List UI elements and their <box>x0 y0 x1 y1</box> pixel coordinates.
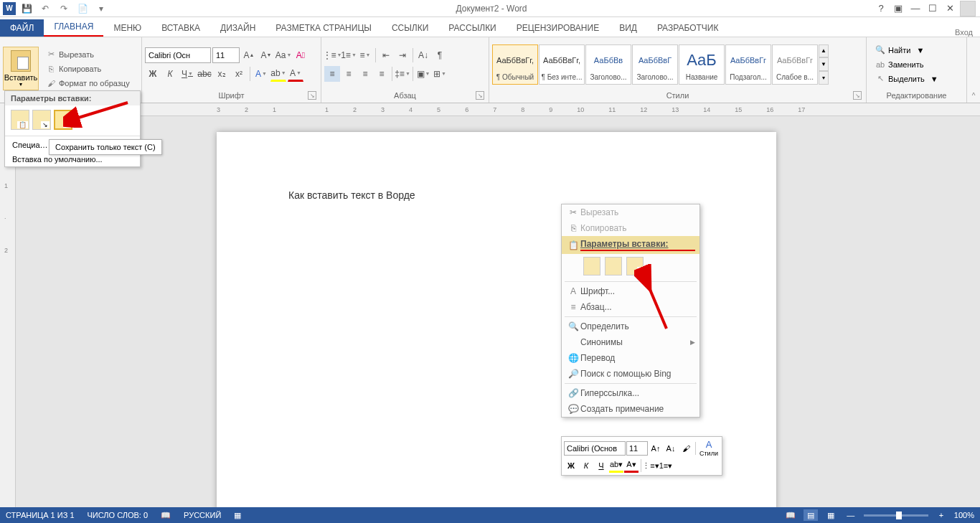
tab-layout[interactable]: РАЗМЕТКА СТРАНИЦЫ <box>265 19 382 37</box>
cm-paste-text-only[interactable]: A <box>626 257 644 275</box>
mt-numbering[interactable]: 1≡▾ <box>659 458 673 473</box>
sb-zoom-out[interactable]: — <box>844 509 858 521</box>
styles-gallery[interactable]: АаБбВвГг,¶ Обычный АаБбВвГг,¶ Без инте..… <box>492 44 829 85</box>
borders-button[interactable]: ⊞▼ <box>432 66 448 82</box>
tab-file[interactable]: ФАЙЛ <box>0 19 44 37</box>
user-avatar[interactable] <box>960 1 976 17</box>
align-left-button[interactable]: ≡ <box>324 66 340 82</box>
cm-paste-merge-formatting[interactable] <box>605 257 622 275</box>
superscript-button[interactable]: x² <box>231 66 247 82</box>
sb-word-count[interactable]: ЧИСЛО СЛОВ: 0 <box>88 511 149 519</box>
strikethrough-button[interactable]: abc <box>197 66 212 82</box>
replace-button[interactable]: abЗаменить <box>872 58 941 71</box>
mt-bullets[interactable]: ⋮≡▾ <box>644 458 658 473</box>
italic-button[interactable]: К <box>162 66 178 82</box>
qat-customize-button[interactable]: ▾ <box>93 1 109 17</box>
help-button[interactable]: ? <box>874 1 888 16</box>
subscript-button[interactable]: x₂ <box>214 66 230 82</box>
para-dialog-launcher[interactable]: ↘ <box>476 91 484 100</box>
copy-button[interactable]: ⎘Копировать <box>43 62 133 75</box>
paste-keep-formatting[interactable]: 📋 <box>11 110 29 130</box>
styles-expand[interactable]: ▾ <box>819 71 829 85</box>
tab-insert[interactable]: ВСТАВКА <box>151 19 210 37</box>
styles-scroll-down[interactable]: ▼ <box>819 57 829 71</box>
qat-new-button[interactable]: 📄 <box>75 1 90 17</box>
sb-read-mode[interactable]: 📖 <box>783 509 798 521</box>
sb-language[interactable]: РУССКИЙ <box>184 511 221 519</box>
font-dialog-launcher[interactable]: ↘ <box>308 91 316 100</box>
cm-paragraph[interactable]: ≡Абзац... <box>562 299 699 315</box>
tab-developer[interactable]: РАЗРАБОТЧИК <box>647 19 729 37</box>
text-effects-button[interactable]: A▼ <box>253 66 269 82</box>
sb-web-layout[interactable]: ▦ <box>824 509 838 521</box>
cm-paste-keep-formatting[interactable] <box>583 257 600 275</box>
mt-highlight[interactable]: ab▾ <box>609 458 623 473</box>
tab-view[interactable]: ВИД <box>609 19 647 37</box>
align-center-button[interactable]: ≡ <box>341 66 357 82</box>
mt-font-color[interactable]: A▾ <box>624 458 639 473</box>
line-spacing-button[interactable]: ‡≡▼ <box>395 66 410 82</box>
maximize-button[interactable]: ☐ <box>925 1 940 16</box>
cm-cut[interactable]: ✂Вырезать <box>562 204 699 220</box>
align-right-button[interactable]: ≡ <box>357 66 373 82</box>
mt-font-size[interactable] <box>626 441 648 456</box>
sb-macro[interactable]: ▦ <box>234 511 241 520</box>
shrink-font-button[interactable]: A▼ <box>258 47 274 63</box>
qat-redo-button[interactable]: ↷ <box>56 1 72 17</box>
horizontal-ruler[interactable]: 3211234567891011121314151617 <box>16 103 980 116</box>
tab-review[interactable]: РЕЦЕНЗИРОВАНИЕ <box>507 19 609 37</box>
bold-button[interactable]: Ж <box>145 66 161 82</box>
sort-button[interactable]: A↓ <box>415 47 431 63</box>
ribbon-options-button[interactable]: ▣ <box>891 1 905 16</box>
mt-italic[interactable]: К <box>579 458 593 473</box>
paste-button[interactable]: Вставить ▼ <box>3 47 39 90</box>
cm-hyperlink[interactable]: 🔗Гиперссылка... <box>562 385 699 401</box>
paste-text-only[interactable]: A <box>54 110 72 130</box>
sb-page-number[interactable]: СТРАНИЦА 1 ИЗ 1 <box>6 511 75 519</box>
tab-design[interactable]: ДИЗАЙН <box>210 19 265 37</box>
style-heading2[interactable]: АаБбВвГЗаголово... <box>632 44 678 85</box>
sb-zoom-in[interactable]: + <box>934 509 948 521</box>
styles-scroll-up[interactable]: ▲ <box>819 44 829 58</box>
cm-font[interactable]: AШрифт... <box>562 283 699 299</box>
cm-translate[interactable]: 🌐Перевод <box>562 350 699 366</box>
tab-home[interactable]: ГЛАВНАЯ <box>44 18 103 37</box>
sb-zoom-slider[interactable] <box>864 514 928 517</box>
increase-indent-button[interactable]: ⇥ <box>395 47 410 63</box>
shading-button[interactable]: ▣▼ <box>415 66 431 82</box>
change-case-button[interactable]: Aa▼ <box>275 47 291 63</box>
cm-copy[interactable]: ⎘Копировать <box>562 220 699 236</box>
cm-new-comment[interactable]: 💬Создать примечание <box>562 401 699 417</box>
justify-button[interactable]: ≡ <box>374 66 390 82</box>
cm-define[interactable]: 🔍Определить <box>562 319 699 334</box>
underline-button[interactable]: Ч▼ <box>179 66 195 82</box>
paste-special-item[interactable]: Специальная вставка... <box>5 138 55 152</box>
cut-button[interactable]: ✂Вырезать <box>43 48 133 61</box>
style-title[interactable]: АаБНазвание <box>679 44 725 85</box>
numbering-button[interactable]: 1≡▼ <box>341 47 357 63</box>
show-marks-button[interactable]: ¶ <box>432 47 448 63</box>
cm-synonyms[interactable]: Синонимы▶ <box>562 334 699 350</box>
cm-bing-search[interactable]: 🔎Поиск с помощью Bing <box>562 366 699 382</box>
select-button[interactable]: ↖Выделить▼ <box>872 72 941 85</box>
highlight-button[interactable]: ab▼ <box>270 66 286 82</box>
qat-undo-button[interactable]: ↶ <box>37 1 53 17</box>
style-subtle[interactable]: АаБбВвГгСлабое в... <box>772 44 818 85</box>
mt-styles-button[interactable]: Стили <box>699 450 718 457</box>
mt-shrink-font[interactable]: A↓ <box>664 441 678 456</box>
style-normal[interactable]: АаБбВвГг,¶ Обычный <box>492 44 538 85</box>
multilevel-list-button[interactable]: ≡▼ <box>357 47 373 63</box>
sb-print-layout[interactable]: ▤ <box>804 509 818 521</box>
tab-mailings[interactable]: РАССЫЛКИ <box>438 19 506 37</box>
qat-save-button[interactable]: 💾 <box>19 1 34 17</box>
document-text[interactable]: Как вставить текст в Ворде <box>288 189 705 201</box>
style-no-spacing[interactable]: АаБбВвГг,¶ Без инте... <box>539 44 585 85</box>
mt-format-painter[interactable]: 🖌 <box>679 441 693 456</box>
mt-font-name[interactable] <box>564 441 626 456</box>
sb-zoom-level[interactable]: 100% <box>954 511 974 519</box>
format-painter-button[interactable]: 🖌Формат по образцу <box>43 77 133 90</box>
font-color-button[interactable]: A▼ <box>288 66 303 82</box>
sb-spellcheck[interactable]: 📖 <box>161 511 171 520</box>
tab-menu[interactable]: Меню <box>103 19 151 37</box>
mt-bold[interactable]: Ж <box>564 458 578 473</box>
